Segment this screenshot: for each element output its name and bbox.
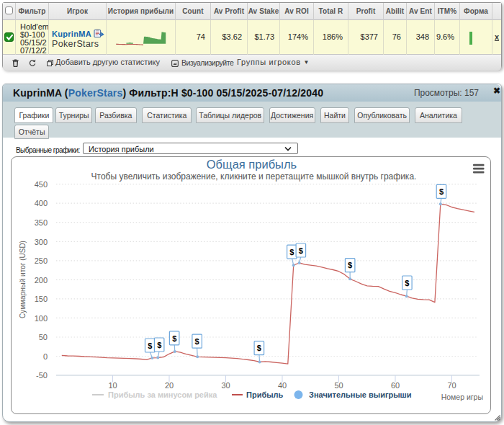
svg-text:30: 30 (221, 381, 230, 390)
svg-text:10: 10 (108, 381, 117, 390)
svg-text:70: 70 (447, 381, 456, 390)
svg-text:Прибыль за минусом рейка: Прибыль за минусом рейка (108, 390, 217, 399)
svg-text:40: 40 (278, 381, 287, 390)
svg-text:200: 200 (35, 276, 48, 285)
svg-text:$: $ (157, 341, 161, 349)
svg-text:Общая прибыль: Общая прибыль (207, 158, 297, 171)
svg-text:Номер игры: Номер игры (441, 393, 483, 401)
svg-text:50: 50 (334, 381, 343, 390)
svg-text:Прибыль: Прибыль (246, 390, 284, 399)
svg-text:350: 350 (35, 218, 48, 227)
svg-text:$: $ (257, 344, 261, 352)
svg-text:150: 150 (35, 295, 48, 303)
svg-text:0: 0 (43, 352, 48, 361)
svg-text:300: 300 (35, 238, 48, 246)
svg-text:$: $ (172, 334, 176, 343)
svg-text:20: 20 (165, 381, 174, 390)
svg-text:50: 50 (39, 333, 48, 341)
svg-text:400: 400 (35, 199, 48, 207)
svg-text:450: 450 (35, 180, 48, 189)
svg-text:$: $ (289, 248, 294, 256)
svg-text:250: 250 (35, 256, 48, 265)
svg-text:$: $ (148, 341, 152, 350)
svg-text:Суммарный итог (USD): Суммарный итог (USD) (19, 241, 27, 318)
svg-text:60: 60 (391, 381, 400, 390)
svg-text:-50: -50 (36, 371, 48, 380)
svg-text:Значительные выигрыши: Значительные выигрыши (309, 390, 412, 399)
svg-text:$: $ (405, 279, 409, 287)
svg-text:$: $ (348, 261, 352, 269)
svg-text:Чтобы увеличить изображение, к: Чтобы увеличить изображение, кликните и … (91, 171, 417, 182)
svg-text:$: $ (299, 246, 303, 255)
svg-text:$: $ (439, 187, 444, 196)
svg-text:$: $ (195, 337, 199, 346)
svg-text:100: 100 (35, 314, 48, 323)
